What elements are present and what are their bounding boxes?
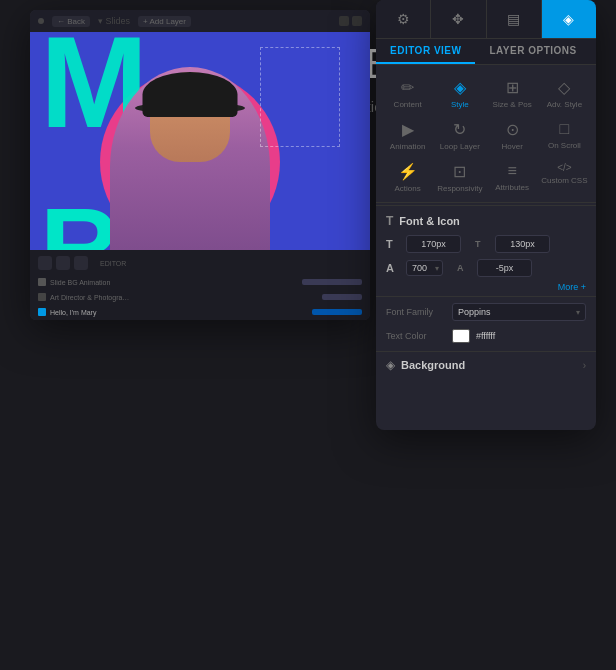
- toolbar-dot: [38, 18, 44, 24]
- list-item[interactable]: Hello, I'm Mary: [38, 305, 362, 319]
- option-on-scroll[interactable]: □ On Scroll: [539, 115, 590, 156]
- option-actions[interactable]: ⚡ Actions: [382, 157, 433, 198]
- layer-bar: [302, 279, 362, 285]
- layer-list: Slide BG Animation Art Director & Photog…: [30, 272, 370, 320]
- option-content[interactable]: ✏ Content: [382, 73, 433, 114]
- size-pos-icon: ⊞: [506, 78, 519, 97]
- option-size-pos[interactable]: ⊞ Size & Pos: [487, 73, 538, 114]
- option-responsivity[interactable]: ⊡ Responsivity: [434, 157, 485, 198]
- field-label-a1: A: [386, 262, 400, 274]
- option-attributes[interactable]: ≡ Attributes: [487, 157, 538, 198]
- attributes-icon: ≡: [507, 162, 516, 180]
- bottom-btn-3: [74, 256, 88, 270]
- layer-bar-active: [312, 309, 362, 315]
- text-color-row: Text Color #ffffff: [376, 325, 596, 347]
- font-family-row: Font Family Poppins ▾: [376, 299, 596, 325]
- editor-preview: ← Back ▾ Slides + Add Layer M A R Y EDIT…: [30, 10, 370, 320]
- on-scroll-icon: □: [560, 120, 570, 138]
- back-button[interactable]: ← Back: [52, 16, 90, 27]
- move-icon-btn[interactable]: ✥: [431, 0, 486, 38]
- hover-icon: ⊙: [506, 120, 519, 139]
- toolbar-sep: ▾ Slides: [98, 16, 130, 26]
- option-loop-layer[interactable]: ↻ Loop Layer: [434, 115, 485, 156]
- field-row-1: T 170px T 130px: [376, 232, 596, 256]
- divider-2: [376, 296, 596, 297]
- loop-layer-icon: ↻: [453, 120, 466, 139]
- option-animation[interactable]: ▶ Animation: [382, 115, 433, 156]
- editor-toolbar: ← Back ▾ Slides + Add Layer: [30, 10, 370, 32]
- color-value: #ffffff: [476, 331, 495, 341]
- font-icon-title: Font & Icon: [399, 215, 460, 227]
- bottom-btn-2: [56, 256, 70, 270]
- content-icon: ✏: [401, 78, 414, 97]
- text-color-label: Text Color: [386, 331, 446, 341]
- person-silhouette: [110, 67, 270, 267]
- font-family-label: Font Family: [386, 307, 446, 317]
- option-grid: ✏ Content ◈ Style ⊞ Size & Pos ◇ Adv. St…: [376, 65, 596, 203]
- option-style[interactable]: ◈ Style: [434, 73, 485, 114]
- font-family-select[interactable]: Poppins ▾: [452, 303, 586, 321]
- option-adv-style[interactable]: ◇ Adv. Style: [539, 73, 590, 114]
- stack-icon-btn[interactable]: ◈: [542, 0, 596, 38]
- color-swatch[interactable]: [452, 329, 470, 343]
- field-row-2: A 700 ▾ A -5px: [376, 256, 596, 280]
- font-t-icon: T: [386, 214, 393, 228]
- background-label: Background: [401, 359, 465, 371]
- person-head: [150, 72, 230, 162]
- add-layer-button[interactable]: + Add Layer: [138, 16, 191, 27]
- option-hover[interactable]: ⊙ Hover: [487, 115, 538, 156]
- font-icon-section-header: T Font & Icon: [376, 208, 596, 232]
- font-weight-value: 700: [407, 261, 432, 275]
- background-section: ◈ Background ›: [376, 351, 596, 378]
- layer-bar: [322, 294, 362, 300]
- option-custom-css[interactable]: </> Custom CSS: [539, 157, 590, 198]
- panel-tab-bar: EDITOR VIEW LAYER OPTIONS: [376, 39, 596, 65]
- tab-layer-options[interactable]: LAYER OPTIONS: [475, 39, 590, 64]
- field-label-a2: A: [457, 263, 471, 273]
- letter-spacing-input[interactable]: -5px: [477, 259, 532, 277]
- list-item[interactable]: Art Director & Photogra…: [38, 290, 362, 304]
- chevron-down-icon: ▾: [576, 308, 580, 317]
- actions-icon: ⚡: [398, 162, 418, 181]
- field-label-t2: T: [475, 239, 489, 249]
- chevron-right-icon[interactable]: ›: [583, 360, 586, 371]
- tab-editor-view[interactable]: EDITOR VIEW: [376, 39, 475, 64]
- adv-style-icon: ◇: [558, 78, 570, 97]
- field-label-t1: T: [386, 238, 400, 250]
- custom-css-icon: </>: [557, 162, 571, 173]
- responsivity-icon: ⊡: [453, 162, 466, 181]
- settings-icon-btn[interactable]: ⚙: [376, 0, 431, 38]
- bottom-toolbar: EDITOR: [30, 254, 370, 272]
- list-item[interactable]: Slide BG Animation: [38, 275, 362, 289]
- editor-bottom-panel: EDITOR Slide BG Animation Art Director &…: [30, 250, 370, 320]
- font-weight-stepper[interactable]: 700 ▾: [406, 260, 443, 276]
- background-icon: ◈: [386, 358, 395, 372]
- animation-icon: ▶: [402, 120, 414, 139]
- stepper-down-icon[interactable]: ▾: [432, 263, 442, 274]
- font-size-input[interactable]: 170px: [406, 235, 461, 253]
- line-height-input[interactable]: 130px: [495, 235, 550, 253]
- style-icon: ◈: [454, 78, 466, 97]
- panel-icon-bar: ⚙ ✥ ▤ ◈: [376, 0, 596, 39]
- editor-panel: ⚙ ✥ ▤ ◈ EDITOR VIEW LAYER OPTIONS ✏ Cont…: [376, 0, 596, 430]
- layers-icon-btn[interactable]: ▤: [487, 0, 542, 38]
- bottom-btn-1: [38, 256, 52, 270]
- person-hat: [143, 72, 238, 117]
- more-link[interactable]: More +: [376, 280, 596, 294]
- divider-1: [376, 205, 596, 206]
